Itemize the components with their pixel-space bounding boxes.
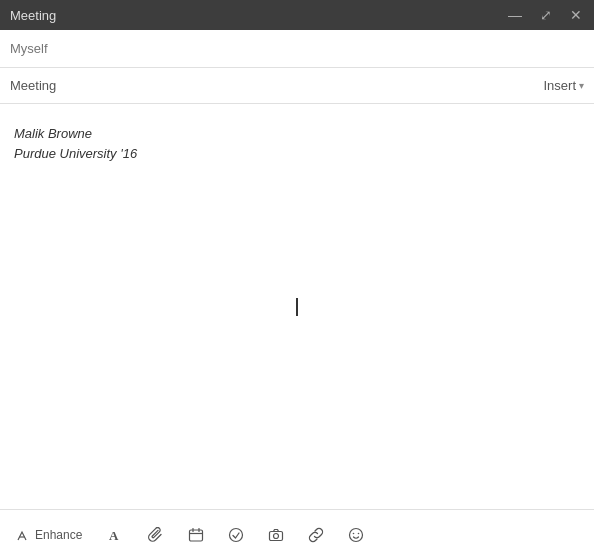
svg-point-10 — [358, 532, 360, 534]
check-icon — [228, 527, 244, 543]
calendar-button[interactable] — [184, 523, 208, 547]
recipient-input[interactable] — [10, 41, 584, 56]
bottom-toolbar: Enhance A — [0, 509, 594, 559]
link-button[interactable] — [304, 523, 328, 547]
minimize-button[interactable]: — — [506, 6, 524, 24]
link-icon — [308, 527, 324, 543]
to-field — [0, 30, 594, 68]
svg-point-8 — [350, 528, 363, 541]
attachment-icon — [148, 527, 164, 543]
svg-text:A: A — [109, 528, 119, 543]
svg-point-7 — [274, 533, 279, 538]
enhance-icon — [16, 528, 30, 542]
window-title: Meeting — [10, 8, 56, 23]
insert-button[interactable]: Insert ▾ — [543, 78, 584, 93]
svg-rect-1 — [190, 530, 203, 541]
camera-icon — [268, 527, 284, 543]
email-body[interactable]: Malik Browne Purdue University '16 — [0, 104, 594, 509]
chevron-down-icon: ▾ — [579, 80, 584, 91]
text-format-button[interactable]: A — [104, 523, 128, 547]
attachment-button[interactable] — [144, 523, 168, 547]
svg-point-5 — [230, 528, 243, 541]
subject-row: Meeting Insert ▾ — [0, 68, 594, 104]
check-button[interactable] — [224, 523, 248, 547]
emoji-icon — [348, 527, 364, 543]
enhance-button[interactable]: Enhance — [10, 524, 88, 546]
camera-button[interactable] — [264, 523, 288, 547]
svg-rect-6 — [270, 531, 283, 540]
titlebar: Meeting — ⤢ ✕ — [0, 0, 594, 30]
emoji-button[interactable] — [344, 523, 368, 547]
text-format-icon: A — [108, 527, 124, 543]
expand-button[interactable]: ⤢ — [538, 6, 554, 24]
sender-name: Malik Browne — [14, 124, 580, 144]
subject-text: Meeting — [10, 78, 56, 93]
window-controls: — ⤢ ✕ — [506, 6, 584, 24]
close-button[interactable]: ✕ — [568, 6, 584, 24]
text-cursor — [296, 298, 298, 316]
svg-point-9 — [353, 532, 355, 534]
calendar-icon — [188, 527, 204, 543]
body-content: Malik Browne Purdue University '16 — [14, 124, 580, 163]
sender-org: Purdue University '16 — [14, 144, 580, 164]
